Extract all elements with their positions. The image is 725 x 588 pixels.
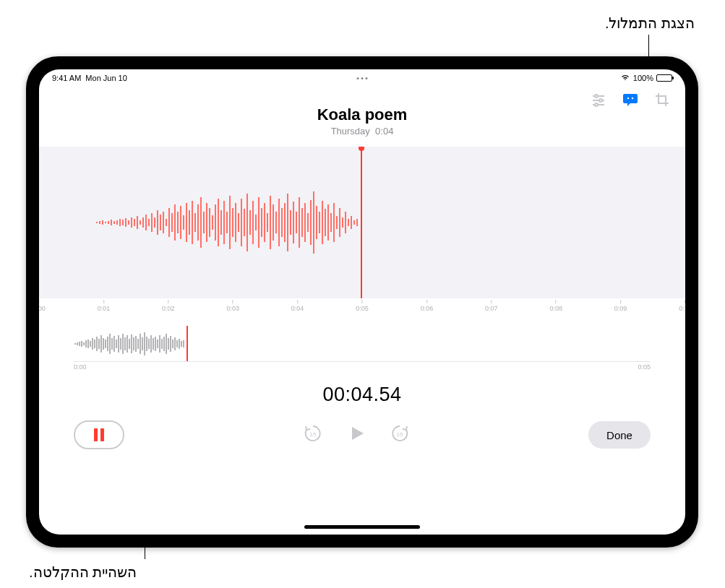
timeline-tick: 0:08: [549, 300, 562, 312]
status-bar: 9:41 AM Mon Jun 10 100%: [39, 69, 685, 85]
speech-bubble-icon[interactable]: [622, 91, 639, 108]
svg-text:15: 15: [310, 431, 317, 438]
recording-title: Koala poem: [39, 105, 685, 124]
timeline-tick: 0:01: [98, 300, 111, 312]
status-time: 9:41 AM: [52, 74, 81, 82]
elapsed-timer: 00:04.54: [39, 384, 685, 406]
svg-point-3: [599, 99, 602, 102]
waveform-overview[interactable]: [74, 326, 651, 362]
svg-point-6: [627, 98, 629, 99]
timeline-tick: 0:07: [485, 300, 498, 312]
waveform-large[interactable]: [39, 147, 685, 298]
timeline-tick: 0:05: [356, 300, 369, 312]
pause-button[interactable]: [74, 420, 124, 449]
crop-icon[interactable]: [653, 91, 671, 108]
svg-point-1: [595, 95, 598, 98]
timeline-tick: 0:00: [39, 300, 46, 312]
timeline-tick: 0:04: [291, 300, 304, 312]
overview-playhead[interactable]: [186, 326, 188, 361]
overview-start-label: 0:00: [74, 363, 87, 371]
annotation-transcript: הצגת התמלול.: [605, 14, 695, 32]
overview-end-label: 0:05: [638, 363, 651, 371]
home-indicator[interactable]: [304, 525, 420, 529]
waveform-graphic: [39, 168, 364, 277]
play-icon[interactable]: [346, 423, 366, 446]
timeline-tick: 0:03: [226, 300, 239, 312]
wifi-icon: [620, 74, 630, 82]
status-date: Mon Jun 10: [85, 74, 126, 82]
playhead[interactable]: [361, 147, 362, 298]
timeline-ruler: 0:000:010:020:030:040:050:060:070:080:09…: [39, 298, 685, 316]
pause-icon: [94, 428, 104, 441]
timeline-tick: 0:10: [679, 300, 685, 312]
timeline-tick: 0:06: [421, 300, 434, 312]
ipad-frame: 9:41 AM Mon Jun 10 100%: [26, 56, 698, 548]
battery-icon: [656, 74, 672, 82]
timeline-tick: 0:09: [614, 300, 627, 312]
settings-sliders-icon[interactable]: [590, 91, 607, 108]
svg-text:15: 15: [397, 431, 403, 438]
svg-point-5: [595, 103, 598, 106]
skip-forward-15-icon[interactable]: 15: [390, 423, 410, 446]
battery-percent: 100%: [633, 74, 653, 82]
done-button[interactable]: Done: [588, 421, 651, 449]
overview-graphic: [74, 329, 189, 358]
ipad-screen: 9:41 AM Mon Jun 10 100%: [39, 69, 685, 535]
svg-marker-151: [352, 427, 364, 440]
playback-controls: 15 15 Done: [39, 406, 685, 449]
timeline-tick: 0:02: [162, 300, 175, 312]
annotation-pause: השהיית ההקלטה.: [29, 563, 137, 581]
svg-point-7: [632, 98, 633, 99]
skip-back-15-icon[interactable]: 15: [303, 423, 323, 446]
status-ellipsis: [357, 77, 368, 79]
recording-meta: Thursday 0:04: [39, 126, 685, 137]
